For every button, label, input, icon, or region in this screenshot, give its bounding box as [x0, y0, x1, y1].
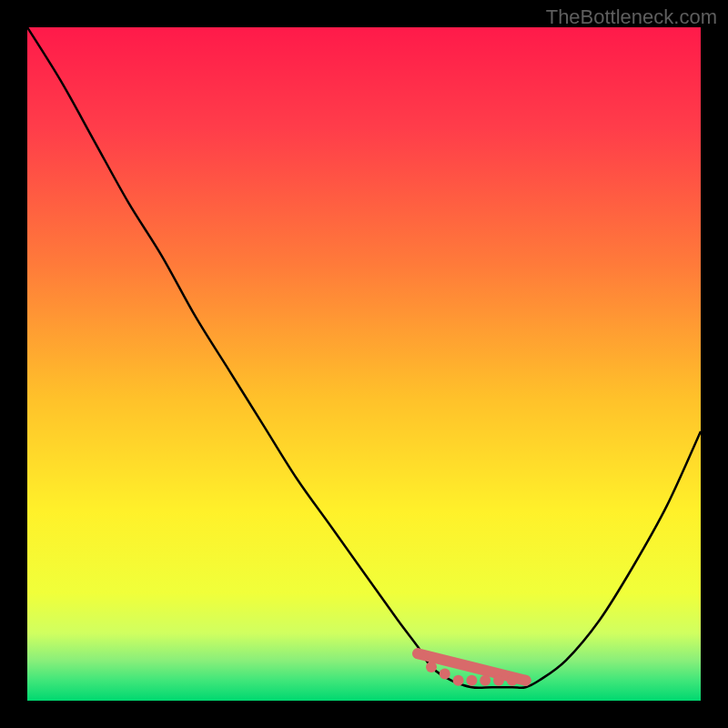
marker-dot	[453, 675, 464, 686]
marker-dot	[480, 675, 490, 686]
plot-area	[27, 27, 701, 701]
marker-dot	[507, 675, 518, 686]
optimal-range-markers	[412, 648, 531, 686]
marker-dot	[440, 668, 450, 679]
marker-dot	[493, 675, 504, 686]
marker-dot	[466, 675, 477, 686]
marker-dot	[426, 662, 437, 672]
marker-dot	[412, 648, 423, 659]
marker-dot	[521, 675, 531, 686]
watermark-text: TheBottleneck.com	[546, 5, 717, 29]
bottleneck-curve	[27, 27, 701, 688]
curve-layer	[27, 27, 701, 701]
